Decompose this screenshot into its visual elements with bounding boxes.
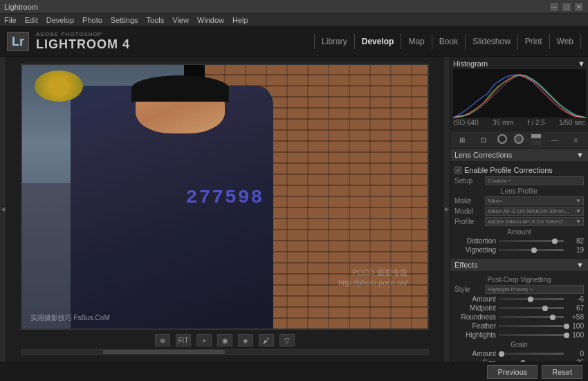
histogram-section: Histogram ▼	[450, 57, 588, 131]
effects-content: Post-Crop Vignetting Style Highlight Pri…	[450, 271, 588, 362]
setup-row: Setup Custom ÷	[454, 176, 584, 185]
tool-redeye[interactable]: ◈	[238, 334, 253, 346]
menu-bar: File Edit Develop Photo Settings Tools V…	[0, 14, 588, 26]
roundness-thumb[interactable]	[550, 315, 555, 320]
feather-row: Feather 100	[454, 322, 584, 330]
lens-corrections-header[interactable]: Lens Corrections ▼	[450, 149, 588, 161]
previous-button[interactable]: Previous	[487, 365, 538, 379]
style-select[interactable]: Highlight Priority ÷	[485, 285, 584, 294]
scroll-track[interactable]	[21, 349, 429, 355]
make-select[interactable]: Nikon ▼	[485, 196, 584, 205]
reset-button[interactable]: Reset	[542, 365, 582, 379]
tool-brush-icon[interactable]: —	[548, 134, 562, 145]
effects-arrow[interactable]: ▼	[576, 261, 584, 269]
tool-crop-icon[interactable]: ⊡	[477, 134, 490, 145]
feather-slider[interactable]	[499, 325, 564, 327]
stat-iso: ISO 640	[453, 119, 479, 127]
menu-settings[interactable]: Settings	[111, 16, 138, 24]
menu-view[interactable]: View	[172, 16, 189, 24]
make-label: Make	[454, 197, 482, 205]
roundness-value: +58	[567, 313, 584, 321]
tool-hist[interactable]: ⊞	[455, 134, 469, 145]
photo-toolbar: ⊕ FIT ▪ ◉ ◈ 🖌 ▽	[155, 334, 295, 346]
grain-size-thumb[interactable]	[520, 360, 526, 362]
model-label: Model	[454, 207, 482, 215]
module-slideshow[interactable]: Slideshow	[466, 34, 518, 49]
left-panel-indicator[interactable]: ◀	[0, 57, 6, 362]
tool-navigator[interactable]: ⊕	[155, 334, 170, 346]
module-library[interactable]: Library	[314, 34, 355, 49]
tool-gradient[interactable]: ▽	[279, 334, 295, 346]
module-map[interactable]: Map	[401, 34, 432, 49]
zoom-display[interactable]: FIT	[176, 334, 191, 346]
app-logo: Lr	[7, 32, 29, 51]
module-print[interactable]: Print	[518, 34, 550, 49]
profile-select[interactable]: Adobe (Nikon AF-S DX NIKKO... ▼	[485, 217, 584, 226]
tool-crop[interactable]: ▪	[196, 334, 212, 346]
menu-photo[interactable]: Photo	[82, 16, 102, 24]
enable-corrections-row: ✓ Enable Profile Corrections	[454, 166, 584, 174]
grain-amount-slider[interactable]	[499, 353, 564, 355]
vignetting-thumb[interactable]	[531, 248, 537, 253]
grain-amount-row: Amount 0	[454, 350, 584, 357]
grain-size-row: Size 25	[454, 359, 584, 362]
effect-amount-value: -6	[567, 295, 584, 303]
midpoint-value: 67	[567, 304, 584, 312]
module-web[interactable]: Web	[550, 34, 581, 49]
grain-size-value: 25	[567, 359, 584, 362]
roundness-label: Roundness	[454, 313, 496, 321]
roundness-slider[interactable]	[499, 316, 564, 318]
grain-amount-label: Amount	[454, 350, 496, 357]
midpoint-slider[interactable]	[499, 307, 564, 309]
menu-edit[interactable]: Edit	[25, 16, 38, 24]
menu-tools[interactable]: Tools	[147, 16, 165, 24]
restore-button[interactable]: □	[562, 2, 571, 12]
histogram-chart	[453, 69, 586, 118]
effects-header[interactable]: Effects ▼	[450, 259, 588, 271]
effect-amount-slider[interactable]	[499, 298, 564, 300]
scroll-thumb[interactable]	[103, 350, 225, 354]
menu-develop[interactable]: Develop	[46, 16, 74, 24]
vignetting-row: Vignetting 19	[454, 246, 584, 254]
model-select[interactable]: Nikon AF-S DX NIKKOR 35mm... ▼	[485, 207, 584, 216]
photo-scrollbar[interactable]	[21, 349, 429, 355]
tool-mask-icon[interactable]: ≡	[569, 134, 583, 145]
distortion-thumb[interactable]	[552, 239, 558, 244]
menu-help[interactable]: Help	[232, 16, 248, 24]
effects-section: Effects ▼ Post-Crop Vignetting Style Hig…	[450, 259, 588, 362]
highlights-thumb[interactable]	[564, 333, 569, 338]
effects-label: Effects	[454, 261, 477, 269]
setup-select[interactable]: Custom ÷	[485, 176, 584, 185]
histogram-label: Histogram	[453, 59, 488, 68]
enable-corrections-checkbox[interactable]: ✓	[454, 167, 461, 174]
tool-heal[interactable]: ◉	[217, 334, 232, 346]
effect-amount-thumb[interactable]	[528, 297, 533, 302]
feather-thumb[interactable]	[564, 324, 569, 329]
tool-grad-icon[interactable]	[531, 134, 541, 145]
close-button[interactable]: ✕	[574, 2, 584, 12]
main-content: ◀ 277598 POCO 摄影专题 http://photo.poco.cn/…	[0, 57, 588, 362]
midpoint-label: Midpoint	[454, 304, 496, 312]
highlights-slider[interactable]	[499, 334, 564, 336]
histogram-arrow[interactable]: ▼	[578, 59, 585, 68]
vignetting-label: Vignetting	[454, 246, 496, 254]
vignetting-slider[interactable]	[499, 249, 564, 251]
tool-spot[interactable]	[497, 134, 507, 144]
distortion-row: Distortion 82	[454, 237, 584, 245]
grain-amount-thumb[interactable]	[499, 351, 504, 357]
minimize-button[interactable]: —	[549, 2, 559, 12]
feather-label: Feather	[454, 322, 496, 330]
module-book[interactable]: Book	[432, 34, 466, 49]
menu-window[interactable]: Window	[197, 16, 224, 24]
tool-redeye-icon[interactable]	[514, 134, 524, 144]
profile-label: Profile	[454, 218, 482, 225]
app-title-block: ADOBE PHOTOSHOP LIGHTROOM 4	[36, 31, 130, 52]
menu-file[interactable]: File	[4, 16, 17, 24]
right-panel-indicator[interactable]: ▶	[444, 57, 450, 362]
tool-brush[interactable]: 🖌	[259, 334, 274, 346]
module-develop[interactable]: Develop	[355, 34, 402, 49]
distortion-slider[interactable]	[499, 240, 564, 242]
grain-size-label: Size	[454, 359, 496, 362]
lens-corrections-arrow[interactable]: ▼	[576, 151, 584, 159]
midpoint-thumb[interactable]	[542, 306, 548, 311]
